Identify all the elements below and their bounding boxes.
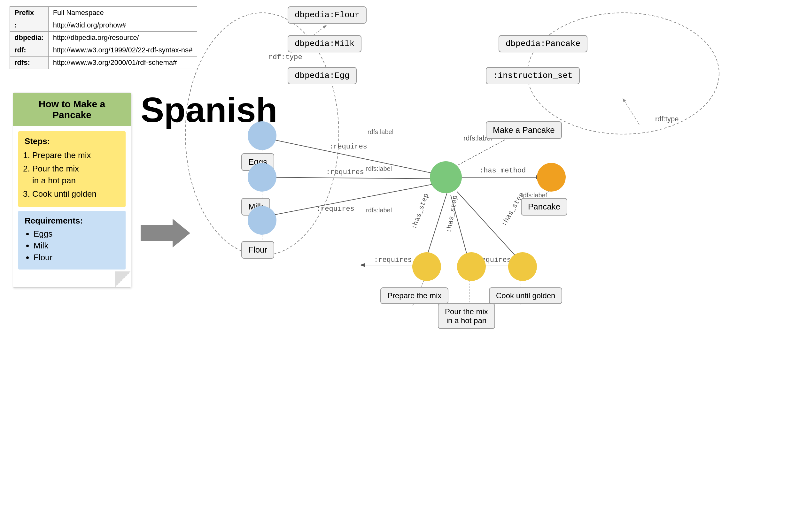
svg-text::requires: :requires xyxy=(326,168,364,176)
label-pancake: Pancake xyxy=(521,198,567,215)
circle-cook xyxy=(508,252,537,281)
graph-area: rdf:type rdf:type :requires :requires :r… xyxy=(182,0,789,532)
prefix-colon: : xyxy=(10,19,49,32)
steps-label: Steps: xyxy=(24,136,119,146)
req-flour: Flour xyxy=(34,252,119,263)
ns-dbpedia: http://dbpedia.org/resource/ xyxy=(48,32,197,44)
svg-text::has_method: :has_method xyxy=(479,167,526,175)
label-flour: Flour xyxy=(241,241,274,259)
node-milk-class: dbpedia:Milk xyxy=(288,35,361,52)
label-pour: Pour the mixin a hot pan xyxy=(438,303,495,329)
node-egg-class: dbpedia:Egg xyxy=(288,67,357,84)
svg-text:rdfs:label: rdfs:label xyxy=(366,207,392,214)
step-3: Cook until golden xyxy=(32,188,119,200)
prefix-rdfs: rdfs: xyxy=(10,57,49,69)
circle-pour xyxy=(457,252,486,281)
card-requirements: Requirements: Eggs Milk Flour xyxy=(18,211,126,269)
svg-text::requires: :requires xyxy=(329,143,367,151)
svg-text::requires: :requires xyxy=(316,205,355,213)
circle-center xyxy=(430,161,462,193)
svg-text::has_step: :has_step xyxy=(445,195,459,233)
circle-prepare xyxy=(412,252,441,281)
step-2: Pour the mixin a hot pan xyxy=(32,163,119,186)
requirements-list: Eggs Milk Flour xyxy=(24,229,119,263)
prefix-rdf: rdf: xyxy=(10,44,49,57)
svg-line-11 xyxy=(262,182,444,217)
svg-text:rdfs:label: rdfs:label xyxy=(367,128,394,135)
svg-text::requires: :requires xyxy=(374,256,412,264)
svg-text:rdfs:label: rdfs:label xyxy=(366,165,392,172)
node-pancake-class: dbpedia:Pancake xyxy=(498,35,587,52)
label-prepare: Prepare the mix xyxy=(380,287,449,304)
ns-rdf: http://www.w3.org/1999/02/22-rdf-syntax-… xyxy=(48,44,197,57)
requirements-label: Requirements: xyxy=(24,216,119,226)
ns-prohow: http://w3id.org/prohow# xyxy=(48,19,197,32)
svg-text:rdf:type: rdf:type xyxy=(655,115,678,123)
circle-egg xyxy=(248,121,276,150)
circle-pancake-method xyxy=(537,163,566,192)
namespace-table: Prefix Full Namespace : http://w3id.org/… xyxy=(10,6,197,69)
svg-line-17 xyxy=(425,192,448,262)
step-1: Prepare the mix xyxy=(32,149,119,161)
ns-rdfs: http://www.w3.org/2000/01/rdf-schema# xyxy=(48,57,197,69)
card-steps: Steps: Prepare the mix Pour the mixin a … xyxy=(18,131,126,207)
card-title: How to Make a Pancake xyxy=(13,93,131,126)
svg-line-9 xyxy=(262,177,444,179)
steps-list: Prepare the mix Pour the mixin a hot pan… xyxy=(24,149,119,200)
label-cook: Cook until golden xyxy=(489,287,562,304)
svg-text:rdfs:label: rdfs:label xyxy=(521,192,547,198)
svg-text:rdf:type: rdf:type xyxy=(269,53,302,61)
node-make-pancake: Make a Pancake xyxy=(486,121,562,139)
prefix-header: Prefix xyxy=(10,7,49,19)
svg-line-7 xyxy=(262,137,444,176)
svg-text::has_step: :has_step xyxy=(410,192,431,231)
recipe-card: How to Make a Pancake Steps: Prepare the… xyxy=(13,93,131,288)
node-flour-class: dbpedia:Flour xyxy=(288,6,367,24)
namespace-header: Full Namespace xyxy=(48,7,197,19)
req-eggs: Eggs xyxy=(34,229,119,239)
circle-milk xyxy=(248,163,276,192)
node-instruction-set: :instruction_set xyxy=(486,67,580,84)
circle-flour xyxy=(248,206,276,235)
svg-line-6 xyxy=(623,99,639,125)
prefix-dbpedia: dbpedia: xyxy=(10,32,49,44)
svg-line-21 xyxy=(457,192,521,262)
req-milk: Milk xyxy=(34,241,119,251)
